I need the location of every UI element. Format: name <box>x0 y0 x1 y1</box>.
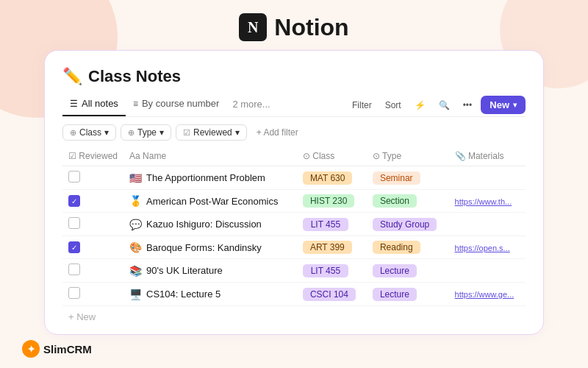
row-name-2[interactable]: 🥇American Post-War Economics <box>129 195 291 207</box>
slimcrm-icon-glyph: ✦ <box>27 344 35 355</box>
row-name-text-5: 90's UK Literature <box>146 265 223 276</box>
row-checkbox-6[interactable] <box>68 287 80 299</box>
type-badge-1[interactable]: Seminar <box>373 171 420 185</box>
col-class: ⊙ Class <box>297 146 367 166</box>
app-name: Notion <box>274 14 348 41</box>
row-emoji-4: 🎨 <box>129 241 142 253</box>
more-button[interactable]: ••• <box>459 98 477 113</box>
notion-icon: N <box>239 13 267 41</box>
main-card: ✏️ Class Notes ☰ All notes ≡ By course n… <box>44 50 544 335</box>
row-checkbox-3[interactable] <box>68 217 80 229</box>
row-checkbox-4[interactable]: ✓ <box>68 241 80 253</box>
row-checkbox-5[interactable] <box>68 263 80 275</box>
material-link-2[interactable]: https://www.th... <box>455 197 512 206</box>
table-row: 💬Kazuo Ishiguro: DiscussionLIT 455Study … <box>62 213 526 236</box>
type-filter-chevron: ▾ <box>159 127 164 138</box>
table-row: 📚90's UK LiteratureLIT 455Lecture <box>62 259 526 283</box>
table-row: 🇺🇸The Apportionment ProblemMAT 630Semina… <box>62 166 526 190</box>
class-filter-chip[interactable]: ⊕ Class ▾ <box>62 124 116 141</box>
material-link-6[interactable]: https://www.ge... <box>455 290 514 299</box>
row-name-text-1: The Apportionment Problem <box>146 172 265 183</box>
tab-all-notes-icon: ☰ <box>70 99 78 109</box>
col-name: Aa Name <box>123 146 297 166</box>
col-type-icon: ⊙ <box>373 151 380 161</box>
class-filter-label: Class <box>79 127 101 138</box>
class-badge-1[interactable]: MAT 630 <box>303 171 353 185</box>
slimcrm-icon: ✦ <box>22 340 40 358</box>
tab-more[interactable]: 2 more... <box>226 94 276 116</box>
reviewed-filter-chip[interactable]: ☑ Reviewed ▾ <box>176 124 247 141</box>
col-materials: 📎 Materials <box>449 146 526 166</box>
table-row: ✓🎨Baroque Forms: KandinskyART 399Reading… <box>62 236 526 259</box>
row-emoji-5: 📚 <box>129 265 142 277</box>
reviewed-filter-label: Reviewed <box>193 127 232 138</box>
col-type: ⊙ Type <box>367 146 449 166</box>
col-materials-icon: 📎 <box>455 151 466 161</box>
row-emoji-6: 🖥️ <box>129 289 142 300</box>
type-filter-chip[interactable]: ⊕ Type ▾ <box>121 124 171 141</box>
lightning-button[interactable]: ⚡ <box>410 98 430 113</box>
footer-logo: ✦ SlimCRM <box>22 340 92 358</box>
row-name-1[interactable]: 🇺🇸The Apportionment Problem <box>129 172 291 184</box>
class-badge-5[interactable]: LIT 455 <box>303 264 348 277</box>
col-name-icon: Aa <box>129 151 140 161</box>
type-badge-3[interactable]: Study Group <box>373 218 437 231</box>
add-filter-button[interactable]: + Add filter <box>251 125 304 140</box>
type-badge-5[interactable]: Lecture <box>373 264 417 277</box>
row-name-6[interactable]: 🖥️CS104: Lecture 5 <box>129 289 291 300</box>
tab-by-course[interactable]: ≡ By course number <box>126 93 227 116</box>
row-name-4[interactable]: 🎨Baroque Forms: Kandinsky <box>129 241 291 253</box>
table-row: 🖥️CS104: Lecture 5CSCI 104Lecturehttps:/… <box>62 283 526 306</box>
class-filter-icon: ⊕ <box>70 128 76 138</box>
type-filter-icon: ⊕ <box>128 128 135 138</box>
new-button-label: New <box>490 99 509 110</box>
filter-button[interactable]: Filter <box>348 98 376 113</box>
toolbar-right: Filter Sort ⚡ 🔍 ••• New ▾ <box>348 96 526 114</box>
row-name-text-6: CS104: Lecture 5 <box>146 289 220 300</box>
row-emoji-1: 🇺🇸 <box>129 172 142 184</box>
row-emoji-2: 🥇 <box>129 195 142 207</box>
new-button-chevron: ▾ <box>513 101 517 109</box>
title-emoji: ✏️ <box>62 67 82 86</box>
row-name-text-2: American Post-War Economics <box>146 196 278 207</box>
tab-all-notes[interactable]: ☰ All notes <box>62 93 126 116</box>
page-title: Class Notes <box>88 67 181 86</box>
class-badge-6[interactable]: CSCI 104 <box>303 288 356 301</box>
material-link-4[interactable]: https://open.s... <box>455 244 510 252</box>
tab-by-course-icon: ≡ <box>133 99 138 109</box>
col-class-icon: ⊙ <box>303 151 310 161</box>
tab-bar: ☰ All notes ≡ By course number 2 more...… <box>62 93 526 117</box>
tab-by-course-label: By course number <box>142 98 220 109</box>
class-filter-chevron: ▾ <box>104 127 109 138</box>
row-name-text-3: Kazuo Ishiguro: Discussion <box>146 219 262 230</box>
class-badge-2[interactable]: HIST 230 <box>303 194 354 208</box>
class-badge-3[interactable]: LIT 455 <box>303 218 348 231</box>
type-badge-4[interactable]: Reading <box>373 241 420 254</box>
type-badge-6[interactable]: Lecture <box>373 288 417 301</box>
add-row-button[interactable]: + New <box>62 306 526 322</box>
filter-row: ⊕ Class ▾ ⊕ Type ▾ ☑ Reviewed ▾ + Add fi… <box>62 124 526 141</box>
row-emoji-3: 💬 <box>129 219 142 230</box>
card-title: ✏️ Class Notes <box>62 67 526 86</box>
col-reviewed-icon: ☑ <box>68 151 76 161</box>
row-name-3[interactable]: 💬Kazuo Ishiguro: Discussion <box>129 219 291 230</box>
reviewed-filter-icon: ☑ <box>183 128 190 138</box>
type-filter-label: Type <box>137 127 157 138</box>
table-row: ✓🥇American Post-War EconomicsHIST 230Sec… <box>62 190 526 213</box>
new-button[interactable]: New ▾ <box>481 96 526 114</box>
class-badge-4[interactable]: ART 399 <box>303 241 352 254</box>
row-name-5[interactable]: 📚90's UK Literature <box>129 265 291 277</box>
tab-all-notes-label: All notes <box>82 98 118 109</box>
data-table: ☑ Reviewed Aa Name ⊙ Class ⊙ Type <box>62 146 526 322</box>
footer: ✦ SlimCRM <box>22 340 92 358</box>
row-checkbox-2[interactable]: ✓ <box>68 195 80 207</box>
footer-logo-text: SlimCRM <box>43 343 92 355</box>
reviewed-filter-chevron: ▾ <box>235 127 240 138</box>
sort-button[interactable]: Sort <box>381 98 406 113</box>
app-header: N Notion <box>0 0 588 50</box>
row-checkbox-1[interactable] <box>68 171 80 183</box>
row-name-text-4: Baroque Forms: Kandinsky <box>146 242 262 253</box>
search-button[interactable]: 🔍 <box>434 98 454 113</box>
table-header-row: ☑ Reviewed Aa Name ⊙ Class ⊙ Type <box>62 146 526 166</box>
type-badge-2[interactable]: Section <box>373 194 417 208</box>
